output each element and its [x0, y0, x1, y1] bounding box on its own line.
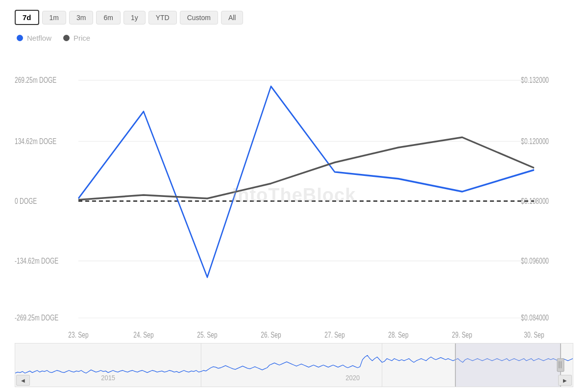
svg-text:134.62m DOGE: 134.62m DOGE — [15, 137, 57, 146]
svg-rect-32 — [557, 359, 564, 371]
svg-text:-269.25m DOGE: -269.25m DOGE — [15, 314, 59, 322]
chart-legend: Netflow Price — [15, 34, 573, 42]
svg-text:26. Sep: 26. Sep — [261, 330, 281, 339]
nav-left-arrow[interactable]: ◀ — [16, 375, 30, 386]
netflow-dot — [17, 35, 23, 41]
legend-price: Price — [63, 34, 90, 42]
mini-chart[interactable]: 2015 2020 ◀ ▶ — [15, 343, 573, 387]
svg-text:-134.62m DOGE: -134.62m DOGE — [15, 256, 59, 265]
time-btn-3m[interactable]: 3m — [69, 11, 93, 24]
svg-text:0 DOGE: 0 DOGE — [15, 196, 37, 205]
chart-area: IntoTheBlock 269.25m DOGE 134.62m DOGE 0… — [15, 49, 573, 387]
time-btn-custom[interactable]: Custom — [180, 11, 218, 24]
legend-netflow: Netflow — [17, 34, 51, 42]
price-dot — [63, 35, 70, 41]
main-chart[interactable]: IntoTheBlock 269.25m DOGE 134.62m DOGE 0… — [15, 49, 573, 341]
nav-right-arrow[interactable]: ▶ — [558, 375, 572, 386]
legend-netflow-label: Netflow — [27, 34, 51, 42]
svg-text:27. Sep: 27. Sep — [324, 330, 344, 339]
svg-text:30. Sep: 30. Sep — [524, 330, 544, 339]
svg-text:269.25m DOGE: 269.25m DOGE — [15, 75, 57, 84]
time-btn-1m[interactable]: 1m — [42, 11, 66, 24]
time-btn-6m[interactable]: 6m — [96, 11, 120, 24]
time-btn-ytd[interactable]: YTD — [148, 11, 177, 24]
nav-arrows: ◀ ▶ — [15, 374, 573, 387]
svg-text:28. Sep: 28. Sep — [388, 330, 408, 339]
legend-price-label: Price — [74, 34, 90, 42]
time-range-selector: 7d 1m 3m 6m 1y YTD Custom All — [15, 10, 573, 25]
svg-text:29. Sep: 29. Sep — [452, 330, 472, 339]
time-btn-all[interactable]: All — [221, 11, 244, 24]
svg-text:23. Sep: 23. Sep — [68, 330, 88, 339]
svg-text:24. Sep: 24. Sep — [133, 330, 153, 339]
time-btn-1y[interactable]: 1y — [123, 11, 146, 24]
svg-text:25. Sep: 25. Sep — [197, 330, 217, 339]
time-btn-7d[interactable]: 7d — [15, 10, 39, 25]
